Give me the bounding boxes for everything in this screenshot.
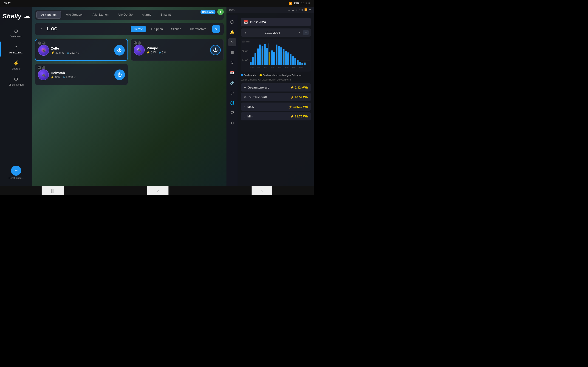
panel-icon-code[interactable]: { } <box>228 89 236 97</box>
panel-icon-notification[interactable]: 🔔 <box>228 28 236 36</box>
panel-icon-color-wheel[interactable]: ⬡ <box>228 18 236 26</box>
nav-home[interactable]: ○ <box>147 186 169 195</box>
stat-name-min: Min. <box>247 115 253 118</box>
panel-status-icons: ⎙ ☁ ↻ ((·)) 📶 ✱ <box>288 8 311 11</box>
lightning-icon-pumpe: ⚡ <box>147 51 150 54</box>
top-tabs: Alle Räume Alle Gruppen Alle Szenen Alle… <box>35 10 224 20</box>
home-icon: ⌂ <box>15 44 17 50</box>
stat-row-gesamtenergie: + Gesamtenergie ⚡ 2.32 kWh <box>241 83 311 92</box>
legend-dot-verbrauch <box>241 74 243 76</box>
device-name-pumpe: Pumpe <box>147 46 208 50</box>
stat-value-gesamtenergie: ⚡ 2.32 kWh <box>290 86 308 89</box>
svg-rect-29 <box>254 53 256 65</box>
power-button-heizstab[interactable]: ⏻ <box>114 69 125 80</box>
panel-icon-globe[interactable]: 🌐 <box>228 99 236 107</box>
stat-volt-zelte: ⊕ 232.7 V <box>67 51 79 54</box>
lightning-gesamtenergie: ⚡ <box>290 86 294 89</box>
stat-volt-pumpe: ⊕ 0 V <box>158 51 166 54</box>
chart-legend: Verbrauch Verbrauch im vorherigen Zeitra… <box>241 74 311 77</box>
tab-erkannt[interactable]: Erkannt <box>156 11 175 19</box>
svg-text:09:00: 09:00 <box>271 67 275 68</box>
room-title: 1. OG <box>46 27 128 31</box>
stat-label-max: ↑ Max. <box>244 105 254 108</box>
sidebar-item-geraet-hinzu[interactable]: + Gerät hinzu... <box>0 163 32 182</box>
power-button-zelte[interactable]: ⏻ <box>114 45 125 56</box>
panel-icon-chart[interactable]: 〜 <box>228 38 236 46</box>
power-button-pumpe[interactable]: ⏻ <box>210 45 221 55</box>
panel-icon-link[interactable]: 🔗 <box>228 78 236 87</box>
device-stats-heizstab: ⚡ 0 W ⊕ 232.8 V <box>51 76 112 79</box>
signal-icon: ((·)) <box>299 8 303 11</box>
subscription-badge[interactable]: Basis-Abo <box>200 10 216 14</box>
tab-alle-szenen[interactable]: Alle Szenen <box>88 11 113 19</box>
sidebar-item-energie[interactable]: ⚡ Energie <box>0 58 32 73</box>
sync-icon: ↻ <box>295 8 297 11</box>
sidebar-item-einstellungen[interactable]: ⚙ Einstellungen <box>0 74 32 89</box>
tab-alle-geraete[interactable]: Alle Geräte <box>113 11 137 19</box>
chart-container: 120 Wh 75 Wh 30 Wh <box>241 39 311 72</box>
panel-icon-grid[interactable]: ▦ <box>228 48 236 56</box>
nav-recent-apps[interactable]: ||| <box>42 186 64 195</box>
calendar-icon: 📅 <box>244 20 248 24</box>
device-card-top-pumpe: 🔌 Pumpe ⚡ 0 W ⊕ 0 V ⏻ <box>134 44 221 56</box>
panel-status-bar: 09:47 ⎙ ☁ ↻ ((·)) 📶 ✱ <box>226 7 314 13</box>
cloud-icon: ☁ <box>292 8 294 11</box>
sidebar: Shelly ☁ ⊙ Dashboard ⌂ Mein Zuha... ⚡ En… <box>0 7 32 186</box>
lightning-min: ⚡ <box>290 115 294 118</box>
subtab-gruppen[interactable]: Gruppen <box>148 26 166 32</box>
wifi-icon-panel: 📶 <box>304 8 308 11</box>
panel-icon-shield[interactable]: 🛡 <box>228 109 236 117</box>
device-stats-pumpe: ⚡ 0 W ⊕ 0 V <box>147 51 208 54</box>
svg-rect-37 <box>273 52 275 65</box>
subtab-thermostate[interactable]: Thermostate <box>186 26 209 32</box>
energie-icon: ⚡ <box>13 60 19 66</box>
subtab-geraete[interactable]: Geräte <box>131 26 146 32</box>
lightning-icon-zelte: ⚡ <box>51 51 54 54</box>
settings-icon: ⚙ <box>14 76 18 82</box>
panel-icon-column: ⬡ 🔔 〜 ▦ ⏱ 📅 🔗 { } 🌐 🛡 ⚙ <box>226 15 238 186</box>
svg-text:12:00: 12:00 <box>278 67 282 68</box>
svg-text:18:00: 18:00 <box>292 67 296 68</box>
device-info-pumpe: Pumpe ⚡ 0 W ⊕ 0 V <box>147 46 208 54</box>
panel-icon-calendar[interactable]: 📅 <box>228 68 236 77</box>
stat-prefix-min: ↓ <box>244 115 246 118</box>
panel-icon-clock[interactable]: ⏱ <box>228 58 236 67</box>
svg-rect-30 <box>257 48 259 65</box>
room-prev-button[interactable]: ‹ <box>39 26 44 32</box>
lightning-durchschnitt: ⚡ <box>290 95 294 99</box>
stat-label-gesamtenergie: + Gesamtenergie <box>244 85 269 89</box>
legend-label-verbrauch: Verbrauch <box>244 74 256 77</box>
svg-text:06:00: 06:00 <box>264 67 268 68</box>
stat-volt-value-heizstab: 232.8 V <box>66 76 75 79</box>
card-indicators-pumpe: ☁ ↻ <box>134 41 141 44</box>
date-selector[interactable]: 📅 19.12.2024 <box>241 18 311 26</box>
sidebar-label-add: Gerät hinzu... <box>9 177 24 179</box>
legend-prev: Verbrauch im vorherigen Zeitraum <box>259 74 301 77</box>
status-bar: 09:47 📶 95% 3.122.29 <box>0 0 314 7</box>
volt-icon-zelte: ⊕ <box>67 51 69 54</box>
sidebar-item-mein-zuhause[interactable]: ⌂ Mein Zuha... <box>0 42 32 57</box>
svg-rect-38 <box>276 44 277 65</box>
value-min: 31.76 Wh <box>295 115 308 118</box>
user-avatar[interactable]: T <box>217 9 224 15</box>
tab-alle-raume[interactable]: Alle Räume <box>36 11 61 19</box>
card-indicators-heizstab: ☁ ↻ <box>38 66 45 69</box>
room-edit-button[interactable]: ✎ <box>212 25 220 33</box>
svg-rect-48 <box>299 62 301 65</box>
chart-type-button[interactable]: ≡ <box>303 30 309 35</box>
tab-alarme[interactable]: Alarme <box>137 11 156 19</box>
sidebar-item-dashboard[interactable]: ⊙ Dashboard <box>0 25 32 41</box>
bottom-nav: ||| ○ ‹ <box>0 186 314 195</box>
stat-watt-value-zelte: 30.5 W <box>55 51 64 54</box>
status-time: 09:47 <box>4 2 10 5</box>
date-prev-button[interactable]: ‹ <box>243 30 248 35</box>
panel-icon-settings[interactable]: ⚙ <box>228 119 236 127</box>
tab-alle-gruppen[interactable]: Alle Gruppen <box>61 11 88 19</box>
svg-rect-44 <box>290 54 292 65</box>
subtab-szenen[interactable]: Szenen <box>168 26 184 32</box>
stat-watt-pumpe: ⚡ 0 W <box>147 51 156 54</box>
date-next-button[interactable]: › <box>297 30 302 35</box>
wifi-icon: 📶 <box>288 2 292 5</box>
timezone-info: Lokale Zeitzone von dieses Relais: Europ… <box>241 78 311 81</box>
nav-back[interactable]: ‹ <box>251 186 272 195</box>
